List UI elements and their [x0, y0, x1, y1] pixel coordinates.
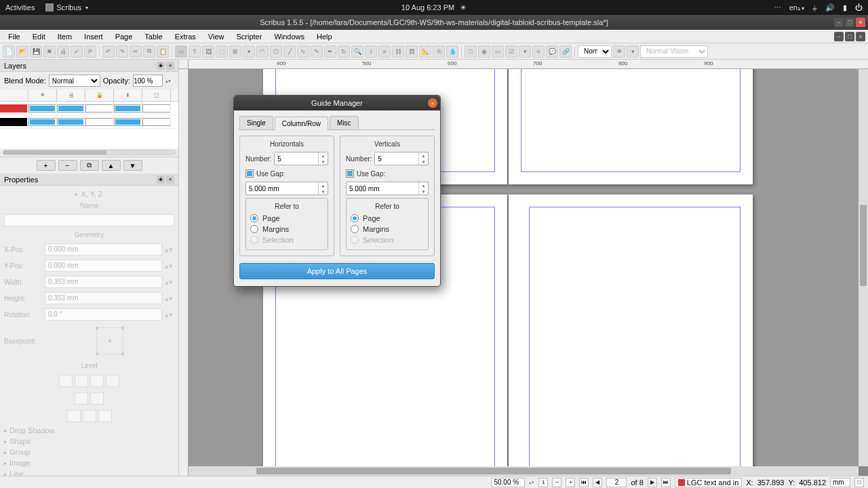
- last-page-button[interactable]: ⏭: [661, 478, 671, 487]
- new-doc-button[interactable]: 📄: [3, 45, 15, 58]
- calligraphy-tool[interactable]: ✒: [324, 45, 336, 58]
- h-refer-page-radio[interactable]: [250, 214, 258, 222]
- menu-extras[interactable]: Extras: [170, 31, 201, 42]
- layer-remove-button[interactable]: −: [58, 160, 77, 171]
- spin-down-icon[interactable]: ▼: [419, 188, 428, 195]
- spin-up-icon[interactable]: ▲: [319, 152, 328, 159]
- select-tool[interactable]: ▭: [175, 45, 187, 58]
- pdf-link[interactable]: 🔗: [559, 45, 572, 58]
- acc-drop-shadow[interactable]: Drop Shadow: [4, 425, 174, 436]
- menu-table[interactable]: Table: [139, 31, 167, 42]
- battery-icon[interactable]: ▮: [843, 3, 847, 12]
- open-button[interactable]: 📂: [16, 45, 28, 58]
- layer-row[interactable]: [0, 115, 178, 129]
- pdf-radio[interactable]: ◉: [478, 45, 490, 58]
- shape-tool[interactable]: ▾: [243, 45, 255, 58]
- minimize-button[interactable]: −: [834, 18, 844, 27]
- zoom-in-button[interactable]: +: [566, 478, 575, 487]
- pdf-textfield[interactable]: ▭: [492, 45, 504, 58]
- next-page-button[interactable]: ▶: [648, 478, 657, 487]
- horizontal-ruler[interactable]: 400 500 600 700 800 900: [189, 60, 868, 69]
- acc-shape[interactable]: Shape: [4, 436, 174, 447]
- menu-windows[interactable]: Windows: [269, 31, 310, 42]
- pdf-annotation[interactable]: 💬: [546, 45, 558, 58]
- props-close-icon[interactable]: ×: [166, 176, 174, 184]
- measure-tool[interactable]: 📐: [419, 45, 431, 58]
- menu-item[interactable]: Item: [52, 31, 77, 42]
- vertical-scrollbar[interactable]: [859, 69, 868, 466]
- zoom-input[interactable]: [491, 478, 525, 487]
- mdi-maximize-button[interactable]: □: [845, 32, 854, 41]
- zoom-out-button[interactable]: −: [552, 478, 561, 487]
- cut-button[interactable]: ✂: [130, 45, 142, 58]
- pdf-combo[interactable]: ▾: [519, 45, 531, 58]
- pdf-list[interactable]: ≡: [532, 45, 545, 58]
- apply-all-pages-button[interactable]: Apply to All Pages: [239, 263, 435, 279]
- layer-down-button[interactable]: ▼: [123, 160, 142, 171]
- network-icon[interactable]: ⏚: [812, 3, 817, 12]
- h-refer-page-row[interactable]: Page: [250, 213, 323, 224]
- spin-up-icon[interactable]: ▲: [319, 182, 328, 188]
- story-editor-button[interactable]: ≡: [378, 45, 391, 58]
- activities-button[interactable]: Activities: [5, 3, 35, 12]
- spin-up-icon[interactable]: ▲: [419, 182, 428, 188]
- app-menu[interactable]: Scribus: [45, 3, 88, 12]
- h-refer-margins-radio[interactable]: [250, 225, 258, 233]
- acc-group[interactable]: Group: [4, 447, 174, 458]
- paste-button[interactable]: 📋: [157, 45, 169, 58]
- layer-flow-checkbox[interactable]: [114, 118, 142, 126]
- layer-lock-checkbox[interactable]: [85, 104, 113, 113]
- volume-icon[interactable]: 🔊: [825, 3, 835, 12]
- render-frame-tool[interactable]: ⬚: [216, 45, 228, 58]
- spin-down-icon[interactable]: ▼: [319, 159, 328, 165]
- layers-close-icon[interactable]: ×: [166, 62, 174, 70]
- opacity-spin-icon[interactable]: ▴▾: [165, 78, 171, 84]
- view-quality-select[interactable]: Normal: [578, 45, 612, 58]
- zoom-tool[interactable]: 🔍: [351, 45, 363, 58]
- arc-tool[interactable]: ◠: [256, 45, 269, 58]
- h-refer-margins-row[interactable]: Margins: [250, 224, 323, 235]
- layer-up-button[interactable]: ▲: [102, 160, 121, 171]
- layer-lock-checkbox[interactable]: [85, 118, 113, 126]
- layer-outline-checkbox[interactable]: [142, 104, 170, 113]
- v-refer-page-radio[interactable]: [351, 214, 359, 222]
- vision-mode-select[interactable]: Normal Vision: [640, 45, 708, 58]
- close-doc-button[interactable]: ✖: [43, 45, 56, 58]
- prev-page-button[interactable]: ◀: [593, 478, 602, 487]
- first-page-button[interactable]: ⏮: [579, 478, 589, 487]
- tray-more-icon[interactable]: ⋯: [774, 3, 781, 12]
- opacity-input[interactable]: [133, 75, 163, 87]
- lang-indicator[interactable]: en₁: [789, 3, 804, 12]
- layer-print-checkbox[interactable]: [57, 118, 85, 126]
- link-frames-button[interactable]: ⛓: [392, 45, 404, 58]
- text-frame-tool[interactable]: T: [189, 45, 201, 58]
- menu-view[interactable]: View: [203, 31, 230, 42]
- spin-down-icon[interactable]: ▼: [419, 159, 428, 165]
- layers-dock-icon[interactable]: ◈: [157, 62, 165, 70]
- tab-column-row[interactable]: Column/Row: [275, 117, 328, 130]
- line-tool[interactable]: ╱: [283, 45, 296, 58]
- freehand-tool[interactable]: ✎: [311, 45, 323, 58]
- mdi-minimize-button[interactable]: −: [834, 32, 844, 41]
- layer-flow-checkbox[interactable]: [114, 104, 142, 113]
- close-button[interactable]: ×: [856, 18, 865, 27]
- power-icon[interactable]: ⏻: [855, 3, 863, 12]
- cms-toggle[interactable]: ▾: [627, 45, 639, 58]
- redo-button[interactable]: ↷: [116, 45, 128, 58]
- print-button[interactable]: 🖨: [57, 45, 69, 58]
- image-frame-tool[interactable]: 🖼: [202, 45, 214, 58]
- dialog-close-button[interactable]: ×: [428, 98, 437, 108]
- blend-mode-select[interactable]: Normal: [49, 75, 100, 87]
- spin-up-icon[interactable]: ▲: [419, 152, 428, 159]
- v-use-gap-checkbox[interactable]: [346, 169, 354, 178]
- active-layer-indicator[interactable]: LGC text and in: [675, 478, 742, 487]
- h-gap-input[interactable]: ▲▼: [245, 182, 328, 195]
- pdf-checkbox[interactable]: ☑: [505, 45, 517, 58]
- props-dock-icon[interactable]: ◈: [157, 176, 165, 184]
- table-tool[interactable]: ⊞: [229, 45, 241, 58]
- rotate-tool[interactable]: ↻: [338, 45, 350, 58]
- layer-outline-checkbox[interactable]: [142, 118, 170, 126]
- tab-single[interactable]: Single: [239, 116, 273, 129]
- v-refer-margins-radio[interactable]: [351, 225, 359, 233]
- acc-image[interactable]: Image: [4, 458, 174, 468]
